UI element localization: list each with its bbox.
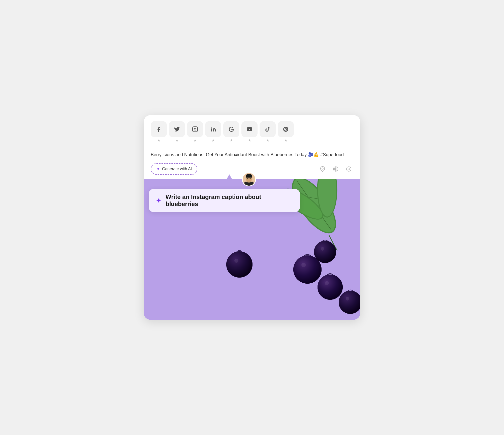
svg-point-42 — [325, 281, 329, 285]
social-item-twitter[interactable]: ★ — [169, 121, 185, 142]
youtube-star: ★ — [248, 138, 251, 142]
svg-point-39 — [321, 247, 324, 251]
generate-ai-button[interactable]: ✦ Generate with AI — [151, 163, 197, 175]
social-item-linkedin[interactable]: ★ — [205, 121, 221, 142]
emoji-icon-button[interactable] — [344, 164, 353, 174]
social-bar: ★ ★ ★ ★ ★ — [144, 115, 360, 146]
caption-text: Berrylicious and Nutritious! Get Your An… — [151, 151, 353, 158]
svg-point-45 — [346, 297, 349, 300]
social-item-pinterest[interactable]: ★ — [278, 121, 294, 142]
social-item-instagram[interactable]: ★ — [187, 121, 203, 142]
tiktok-icon — [260, 121, 276, 137]
svg-point-33 — [234, 259, 238, 263]
instagram-star: ★ — [194, 138, 197, 142]
svg-point-18 — [247, 178, 248, 179]
linkedin-icon — [205, 121, 221, 137]
ai-prompt-text: Write an Instagram caption about blueber… — [166, 193, 293, 208]
google-star: ★ — [230, 138, 233, 142]
svg-point-38 — [314, 241, 336, 263]
svg-rect-2 — [211, 128, 212, 131]
google-icon — [223, 121, 239, 137]
sparkle-icon: ✦ — [156, 166, 160, 172]
youtube-icon — [241, 121, 258, 137]
svg-rect-0 — [193, 127, 198, 132]
main-card: ★ ★ ★ ★ ★ — [144, 115, 360, 320]
facebook-icon — [151, 121, 167, 137]
pinterest-icon — [278, 121, 294, 137]
svg-point-41 — [318, 275, 343, 300]
social-item-google[interactable]: ★ — [223, 121, 239, 142]
location-icon-button[interactable] — [318, 164, 327, 174]
purple-section: ✦ Write an Instagram caption about blueb… — [144, 179, 360, 320]
svg-point-7 — [334, 168, 337, 171]
svg-point-36 — [301, 263, 306, 267]
social-item-facebook[interactable]: ★ — [151, 121, 167, 142]
svg-point-5 — [322, 168, 323, 169]
svg-point-19 — [250, 178, 251, 179]
svg-rect-17 — [246, 176, 252, 178]
social-item-youtube[interactable]: ★ — [241, 121, 258, 142]
svg-point-44 — [339, 291, 360, 314]
pinterest-star: ★ — [284, 138, 288, 142]
svg-point-9 — [346, 167, 351, 171]
twitter-star: ★ — [175, 138, 179, 142]
ai-prompt-bubble: ✦ Write an Instagram caption about blueb… — [149, 189, 300, 212]
twitter-icon — [169, 121, 185, 137]
tiktok-star: ★ — [266, 138, 269, 142]
instagram-icon — [187, 121, 203, 137]
svg-point-6 — [333, 167, 338, 171]
svg-point-3 — [211, 127, 212, 128]
svg-point-8 — [335, 169, 336, 170]
facebook-star: ★ — [157, 138, 161, 142]
social-item-tiktok[interactable]: ★ — [260, 121, 276, 142]
arrow-indicator — [227, 174, 232, 179]
toolbar-icons — [318, 164, 353, 174]
bubble-sparkle-icon: ✦ — [156, 196, 162, 205]
generate-btn-label: Generate with AI — [162, 167, 192, 171]
target-icon-button[interactable] — [331, 164, 340, 174]
avatar — [242, 172, 256, 186]
linkedin-star: ★ — [212, 138, 215, 142]
svg-point-32 — [226, 251, 253, 278]
